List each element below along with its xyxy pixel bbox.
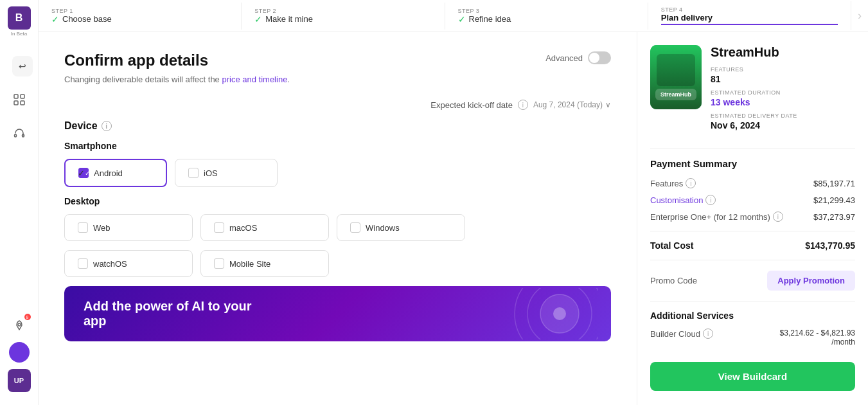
notification-badge: 8 <box>24 314 31 320</box>
ios-checkbox <box>188 168 199 178</box>
main-wrapper: STEP 1 ✓ Choose base STEP 2 ✓ Make it mi… <box>39 0 868 405</box>
duration-value: 13 weeks <box>711 97 855 107</box>
kickoff-info-icon[interactable]: i <box>518 100 528 110</box>
advanced-toggle-switch[interactable] <box>588 51 611 64</box>
logo-area: B In Beta <box>8 6 31 37</box>
app-logo[interactable]: B <box>8 6 31 30</box>
desktop-grid: Web macOS Windows <box>64 214 611 241</box>
view-buildcard-button[interactable]: View Buildcard <box>650 362 855 391</box>
windows-checkbox <box>350 222 360 233</box>
next-arrow: › <box>851 9 868 22</box>
user-avatar[interactable] <box>9 342 30 363</box>
service-row-builder-cloud: Builder Cloud i $3,214.62 - $4,821.93/mo… <box>650 328 855 346</box>
delivery-value: Nov 6, 2024 <box>711 120 855 130</box>
advanced-label: Advanced <box>545 53 583 63</box>
advanced-toggle-area: Advanced <box>545 51 611 64</box>
android-label: Android <box>94 168 123 178</box>
desktop-section-title: Desktop <box>64 196 611 206</box>
device-ios[interactable]: iOS <box>175 159 278 187</box>
app-name: StreamHub <box>711 45 855 60</box>
web-label: Web <box>93 223 111 233</box>
undo-button[interactable]: ↩ <box>12 56 33 76</box>
builder-cloud-label: Builder Cloud i <box>650 328 713 339</box>
app-thumbnail: StreamHub <box>650 45 702 109</box>
sidebar-rocket-icon[interactable]: 8 <box>9 315 30 336</box>
center-content: Confirm app details Changing deliverable… <box>39 32 637 405</box>
payment-row-enterprise: Enterprise One+ (for 12 months) i $37,27… <box>650 212 855 222</box>
svg-point-6 <box>18 323 21 326</box>
features-payment-label: Features i <box>650 178 696 188</box>
payment-row-features: Features i $85,197.71 <box>650 178 855 188</box>
delivery-label: ESTIMATED DELIVERY DATE <box>711 113 855 119</box>
mobile-site-label: Mobile Site <box>229 259 270 269</box>
step-4[interactable]: STEP 4 Plan delivery <box>648 1 851 30</box>
builder-cloud-value: $3,214.62 - $4,821.93/month <box>780 328 855 346</box>
total-row: Total Cost $143,770.95 <box>650 240 855 251</box>
macos-label: macOS <box>229 223 257 233</box>
step-3-number: STEP 3 <box>458 8 635 14</box>
step-1-number: STEP 1 <box>51 8 228 14</box>
thumbnail-logo: StreamHub <box>655 89 696 100</box>
ios-label: iOS <box>204 168 218 178</box>
windows-label: Windows <box>366 223 400 233</box>
svg-rect-0 <box>14 94 18 98</box>
kickoff-chevron-icon: ∨ <box>605 100 611 109</box>
ai-banner[interactable]: Add the power of AI to your app <box>64 286 611 341</box>
customisation-info-icon[interactable]: i <box>705 195 716 205</box>
stepper: STEP 1 ✓ Choose base STEP 2 ✓ Make it mi… <box>39 0 868 32</box>
features-info-icon[interactable]: i <box>686 178 696 188</box>
divider-3 <box>650 260 855 260</box>
device-info-icon[interactable]: i <box>102 121 112 131</box>
right-panel: StreamHub StreamHub FEATURES 81 ESTIMATE… <box>637 32 868 405</box>
page-title: Confirm app details <box>64 51 290 69</box>
step-1[interactable]: STEP 1 ✓ Choose base <box>39 3 242 30</box>
step-2-number: STEP 2 <box>254 8 431 14</box>
step-2[interactable]: STEP 2 ✓ Make it mine <box>242 3 445 30</box>
page-subtitle: Changing deliverable details will affect… <box>64 75 290 84</box>
svg-rect-3 <box>21 101 24 105</box>
app-info: StreamHub FEATURES 81 ESTIMATED DURATION… <box>711 45 855 136</box>
divider-2 <box>650 231 855 231</box>
smartphone-grid: ✓ Android iOS <box>64 159 611 187</box>
svg-rect-1 <box>21 94 24 98</box>
kickoff-label: Expected kick-off date <box>430 100 513 110</box>
device-watchos[interactable]: watchOS <box>64 250 193 277</box>
divider-4 <box>650 301 855 302</box>
builder-cloud-info-icon[interactable]: i <box>703 328 713 339</box>
payment-row-customisation: Customisation i $21,299.43 <box>650 195 855 205</box>
web-checkbox <box>78 222 88 233</box>
ai-banner-text: Add the power of AI to your app <box>84 299 263 328</box>
kickoff-value[interactable]: Aug 7, 2024 (Today) ∨ <box>533 100 611 109</box>
app-thumbnail-inner: StreamHub <box>650 45 702 109</box>
device-web[interactable]: Web <box>64 214 193 241</box>
desktop-grid-2: watchOS Mobile Site <box>64 250 611 277</box>
total-label: Total Cost <box>650 240 693 251</box>
sidebar-headset-icon[interactable] <box>9 123 30 143</box>
step-4-label: Plan delivery <box>661 13 838 25</box>
watchos-label: watchOS <box>93 259 127 269</box>
total-value: $143,770.95 <box>805 240 855 251</box>
features-payment-value: $85,197.71 <box>813 179 855 188</box>
payment-summary-title: Payment Summary <box>650 158 855 169</box>
upgrade-button[interactable]: UP <box>8 369 31 392</box>
svg-point-10 <box>553 307 566 320</box>
promo-section: Promo Code Apply Promotion <box>650 271 855 291</box>
device-macos[interactable]: macOS <box>200 214 329 241</box>
device-windows[interactable]: Windows <box>337 214 465 241</box>
step-3-label: ✓ Refine idea <box>458 14 635 24</box>
device-section-title: Device i <box>64 120 611 132</box>
content-area: Confirm app details Changing deliverable… <box>39 32 868 405</box>
app-preview: StreamHub StreamHub FEATURES 81 ESTIMATE… <box>650 45 855 136</box>
android-checkbox: ✓ <box>78 168 89 178</box>
step-3[interactable]: STEP 3 ✓ Refine idea <box>445 3 648 30</box>
watchos-checkbox <box>78 258 88 269</box>
device-android[interactable]: ✓ Android <box>64 159 167 187</box>
mobile-site-checkbox <box>214 258 224 269</box>
step-1-check: ✓ <box>51 14 59 24</box>
sidebar-grid-icon[interactable] <box>9 89 30 110</box>
apply-promotion-button[interactable]: Apply Promotion <box>767 271 855 291</box>
enterprise-payment-value: $37,273.97 <box>813 212 855 222</box>
enterprise-info-icon[interactable]: i <box>773 212 783 222</box>
step-1-label: ✓ Choose base <box>51 14 228 24</box>
device-mobile-site[interactable]: Mobile Site <box>200 250 329 277</box>
